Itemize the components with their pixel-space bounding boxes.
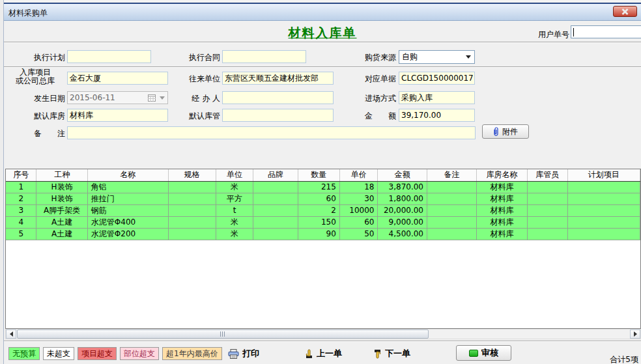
exec-plan-input[interactable] — [67, 50, 151, 63]
table-cell — [567, 228, 640, 240]
table-cell: 3,870.00 — [378, 181, 427, 193]
project-label: 入库项目 或公司总库 — [5, 68, 65, 85]
table-cell: H装饰 — [36, 181, 87, 193]
table-cell — [527, 204, 567, 216]
legend-chip: 超1年内最高价 — [162, 347, 222, 360]
table-cell — [168, 216, 216, 228]
triangle-right-icon — [634, 331, 637, 337]
window-title: 材料采购单 — [8, 8, 48, 19]
counterpart-input[interactable]: 东营区天顺五金建材批发部 — [222, 72, 334, 85]
attachment-button[interactable]: 附件 — [482, 124, 529, 139]
table-cell — [427, 228, 477, 240]
table-cell — [168, 204, 216, 216]
table-cell: 18 — [339, 181, 378, 193]
column-header[interactable]: 计划项目 — [567, 169, 640, 181]
legend-chip: 部位超支 — [120, 347, 159, 360]
table-cell: 60 — [298, 193, 339, 204]
table-cell — [253, 228, 298, 240]
table-cell: H装饰 — [36, 193, 87, 204]
column-header[interactable]: 库管员 — [527, 169, 567, 181]
scrollbar-thumb[interactable] — [17, 329, 429, 339]
column-header[interactable]: 规格 — [168, 169, 216, 181]
table-row[interactable]: 3A脚手架类钢筋t21000020,000.00材料库 — [6, 204, 640, 216]
date-label: 发生日期 — [13, 92, 65, 105]
column-header[interactable]: 金额 — [378, 169, 427, 181]
table-cell: 米 — [216, 228, 253, 240]
next-order-button[interactable]: 下一单 — [373, 347, 410, 360]
table-row[interactable]: 4A土建水泥管Φ400米150609,000.00材料库 — [6, 216, 640, 228]
table-cell: 30 — [339, 193, 378, 204]
table-cell: 钢筋 — [87, 204, 168, 216]
table-cell: 材料库 — [476, 204, 527, 216]
column-header[interactable]: 序号 — [6, 169, 36, 181]
purchase-source-select[interactable]: 自购 — [399, 50, 475, 64]
exec-contract-input[interactable] — [222, 50, 306, 63]
date-picker[interactable]: 2015-06-11 — [67, 91, 168, 104]
column-header[interactable]: 库房名称 — [476, 169, 527, 181]
scroll-right-button[interactable] — [630, 329, 640, 339]
chevron-down-icon[interactable] — [463, 51, 474, 63]
table-cell: 米 — [216, 181, 253, 193]
user-no-input[interactable] — [571, 25, 641, 38]
column-header[interactable]: 数量 — [298, 169, 339, 181]
entry-mode-input[interactable]: 采购入库 — [399, 91, 475, 104]
table-row[interactable]: 1H装饰角铝米215183,870.00材料库 — [6, 181, 640, 193]
table-cell — [567, 181, 640, 193]
paperclip-icon — [493, 127, 499, 136]
total-count: 合计5项 — [610, 354, 638, 364]
column-header[interactable]: 单位 — [216, 169, 253, 181]
print-button[interactable]: 打印 — [228, 347, 259, 360]
warehouse-input[interactable]: 材料库 — [67, 109, 168, 122]
table-cell: 10000 — [339, 204, 378, 216]
audit-button[interactable]: 审核 — [456, 345, 511, 361]
doc-ref-input[interactable]: CLCGD150000017 — [399, 72, 475, 85]
table-cell: 20,000.00 — [378, 204, 427, 216]
table-cell: 材料库 — [476, 216, 527, 228]
amount-label: 金 额 — [344, 109, 396, 122]
exec-plan-label: 执行计划 — [13, 51, 65, 64]
table-row[interactable]: 5A土建水泥管Φ200米90504,500.00材料库 — [6, 228, 640, 240]
scroll-left-button[interactable] — [6, 329, 16, 339]
remark-label: 备 注 — [13, 127, 65, 140]
table-cell: 4 — [6, 216, 36, 228]
divider — [4, 66, 641, 68]
table-cell — [427, 204, 477, 216]
project-input[interactable]: 金石大厦 — [67, 72, 168, 85]
table-row[interactable]: 2H装饰推拉门平方60301,800.00材料库 — [6, 193, 640, 204]
printer-icon — [228, 349, 239, 359]
table-cell: 1,800.00 — [378, 193, 427, 204]
warehouse-label: 默认库房 — [13, 109, 65, 122]
handler-label: 经 办 人 — [168, 92, 220, 105]
column-header[interactable]: 备注 — [427, 169, 477, 181]
table-cell: 3 — [6, 204, 36, 216]
table-cell: 材料库 — [476, 181, 527, 193]
calendar-icon[interactable] — [147, 94, 157, 102]
items-table: 序号工种名称规格单位品牌数量单价金额备注库房名称库管员计划项目1H装饰角铝米21… — [6, 169, 640, 240]
table-cell: 9,000.00 — [378, 216, 427, 228]
amount-input[interactable]: 39,170.00 — [399, 109, 475, 122]
horizontal-scrollbar[interactable] — [5, 329, 641, 339]
table-cell — [427, 181, 477, 193]
table-cell — [427, 216, 477, 228]
handler-input[interactable] — [222, 91, 334, 104]
remark-input[interactable] — [67, 126, 476, 139]
table-cell — [567, 204, 640, 216]
close-icon — [621, 8, 629, 15]
previous-order-button[interactable]: 上一单 — [305, 347, 342, 360]
column-header[interactable]: 单价 — [339, 169, 378, 181]
table-cell: 90 — [298, 228, 339, 240]
triangle-left-icon — [10, 331, 13, 337]
close-button[interactable] — [613, 6, 637, 17]
title-bar: 材料采购单 — [4, 4, 641, 21]
table-cell: 150 — [298, 216, 339, 228]
column-header[interactable]: 名称 — [87, 169, 168, 181]
table-cell — [253, 193, 298, 204]
chevron-down-icon[interactable] — [157, 96, 167, 100]
table-cell: 60 — [339, 216, 378, 228]
grip-icon — [220, 331, 225, 337]
table-cell — [168, 228, 216, 240]
column-header[interactable]: 工种 — [36, 169, 87, 181]
column-header[interactable]: 品牌 — [253, 169, 298, 181]
hand-up-icon — [305, 349, 313, 359]
keeper-input[interactable] — [222, 109, 334, 122]
